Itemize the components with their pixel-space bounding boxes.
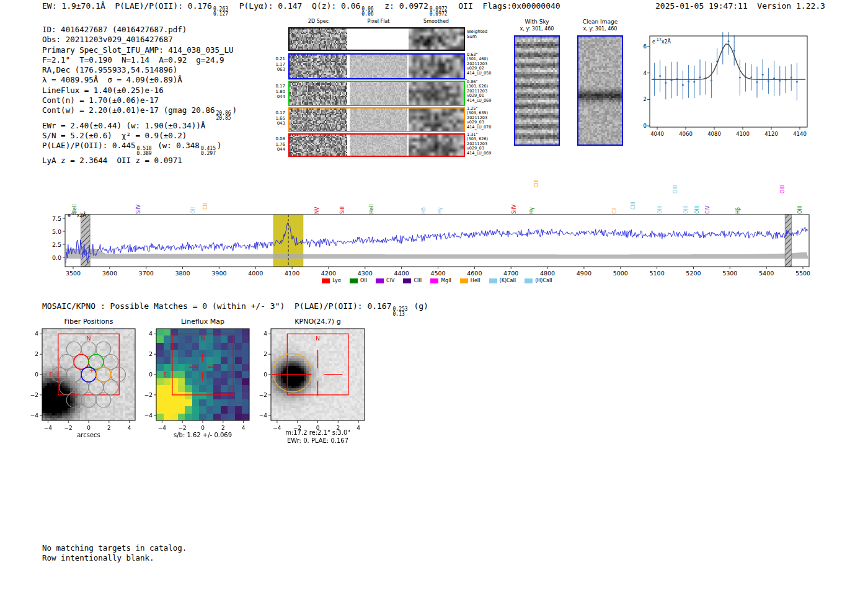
legend-swatch: [403, 278, 411, 283]
text-segment: EWr = 2.40(±0.44) (w: 1.90(±0.34))Å: [42, 121, 205, 130]
stacked-fraction: 0.09720.0972: [430, 7, 448, 16]
x-tick-label: 4700: [503, 270, 518, 277]
legend-swatch: [350, 278, 358, 283]
emission-line-label: Hβ: [735, 207, 741, 214]
weighted-label-line: Sum: [467, 34, 487, 39]
data-point: [659, 75, 661, 77]
spec2d-row-2d: [290, 82, 347, 105]
flux-units-post: x2Å: [662, 39, 671, 45]
noise-error-band: [66, 249, 808, 259]
data-point: [693, 81, 695, 82]
fraction-lower: 0.06: [361, 12, 373, 17]
spec2d-row-left-labels: 0.171.80044: [265, 84, 285, 100]
data-point: [779, 80, 781, 82]
row-weight-value: 0.08: [265, 136, 285, 142]
emission-line-label: Hγ: [529, 207, 534, 214]
data-point: [796, 81, 798, 82]
fraction-lower: 0.0972: [430, 12, 448, 17]
y-tick-label: 6: [644, 43, 647, 50]
y-tick-label: 4: [264, 331, 267, 337]
zoom-line-fit-plot: 4040406040804100412041400246: [642, 32, 816, 141]
info-line: S/N = 5.2(±0.6) χ² = 0.9(±0.2): [42, 131, 237, 141]
row-weight-value: 044: [265, 94, 285, 100]
info-line: EWr = 2.40(±0.44) (w: 1.90(±0.34))Å: [42, 121, 237, 131]
header-timestamp-version: 2025-01-05 19:47:11 Version 1.22.3: [655, 1, 825, 11]
spec2d-row-left-labels: 0.171.65043: [265, 110, 285, 127]
fiber-circle: [59, 355, 74, 370]
info-line: Obs: 20211203v029_4016427687: [42, 35, 237, 45]
legend-swatch: [376, 278, 384, 283]
emission-line-label: OIII: [673, 185, 678, 193]
data-point: [711, 79, 712, 81]
text-segment: Primary Spec_Slot_IFU_AMP: 414_038_035_L…: [42, 45, 234, 55]
y-tick-label: 2: [644, 96, 647, 102]
spec2d-row-smoothed: [409, 109, 464, 131]
stacked-fraction: 0.2530.13: [393, 307, 408, 316]
y-tick-label: −2: [144, 392, 153, 398]
fraction-lower: 0.389: [137, 151, 152, 156]
data-point: [665, 82, 666, 84]
y-tick-label: 0: [644, 123, 647, 129]
x-tick-label: 4500: [430, 270, 445, 277]
text-segment: Cont(n) = 1.70(±0.06)e-17: [42, 96, 159, 105]
y-tick-label: 2: [35, 351, 38, 357]
y-tick-label: 7.5: [52, 215, 61, 222]
row-weight-value: 063: [265, 67, 285, 73]
y-tick-label: −2: [30, 392, 38, 398]
text-segment: (g): [409, 301, 428, 311]
emission-line-label: Hγ: [437, 207, 443, 214]
masked-band: [785, 215, 792, 267]
y-tick-label: −4: [259, 412, 268, 419]
row-fiber-id-line: 414_LU_069: [467, 99, 494, 103]
text-segment: 9: [219, 55, 224, 64]
spec2d-weighted-smoothed: [409, 29, 464, 50]
x-tick-label: 4200: [321, 270, 336, 277]
row-weight-value: 1.65: [265, 116, 285, 122]
detection-info-block: ID: 4016427687 (4016427687.pdf)Obs: 2021…: [42, 25, 237, 166]
legend-label: Lyα: [332, 278, 341, 283]
row-fiber-id-line: 414_LU_050: [467, 71, 494, 76]
info-line: RA,Dec (176.955933,54.514896): [42, 65, 237, 75]
cleanimage-title: Clean Image: [575, 19, 625, 25]
x-tick-label: 4300: [358, 270, 373, 277]
cleanimage-frame: [577, 35, 623, 146]
emission-line-label: OIII: [683, 206, 689, 214]
data-point: [699, 76, 701, 78]
stacked-fraction: 0.5180.389: [137, 146, 152, 156]
kpno-caption-photometry: m:17.2 re:2.1" s:3.0": [271, 429, 365, 436]
y-tick-label: 0: [149, 371, 153, 378]
x-tick-label: 5100: [650, 270, 665, 277]
y-tick-label: 2: [149, 351, 153, 357]
fiber-frame: [42, 329, 135, 420]
withsky-image: [515, 37, 559, 144]
stacked-fraction: 0.2630.127: [213, 7, 228, 16]
x-tick-label: 3900: [211, 270, 226, 277]
emission-line-label: CIII: [631, 202, 636, 210]
spec2d-row-left-labels: 0.211.17063: [265, 56, 285, 73]
legend-label: (K)CaII: [500, 278, 516, 283]
y-tick-label: 0: [264, 371, 267, 378]
cleanimage-xy-label: x, y: 301, 460: [569, 26, 631, 32]
x-tick-label: 3700: [139, 270, 154, 277]
info-line: λ = 4089.95Å σ = 4.09(±0.89)Å: [42, 75, 237, 85]
elixer-detection-report: EW: 1.9±70.1Å P(LAE)/P(OII): 0.1760.2630…: [0, 0, 868, 591]
x-tick-label: 5400: [759, 270, 774, 277]
text-segment: Obs: 20211203v029_4016427687: [42, 35, 173, 44]
spec2d-column-title: Pixel Flat: [350, 19, 407, 24]
spec2d-row-smoothed: [409, 82, 464, 105]
legend-label: (H)CaII: [535, 278, 552, 283]
y-tick-label: 2.5: [52, 241, 61, 248]
x-tick-label: 4600: [467, 270, 482, 277]
spec2d-row-right-labels: 1.31"(303, 626)20211203v029_03414_LU_069: [467, 133, 494, 156]
y-tick-label: 2: [264, 351, 267, 357]
spec2d-column-title: 2D Spec: [290, 19, 347, 24]
spec2d-row-pixelflat: [350, 109, 407, 131]
text-segment: F=2.1" T=0.190: [42, 55, 122, 64]
spec2d-row-2d: [290, 135, 347, 156]
x-tick-label: 3800: [175, 270, 190, 277]
x-tick-label: 4: [242, 425, 246, 431]
x-tick-label: 5200: [686, 270, 701, 277]
data-point: [688, 81, 689, 82]
emission-line-label: SiIV: [512, 205, 517, 214]
x-tick-label: 4: [128, 425, 131, 431]
